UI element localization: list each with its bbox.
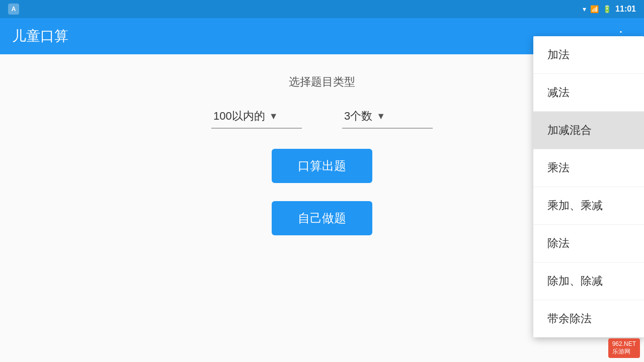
controls-row: 100以内的 ▼ 3个数 ▼ — [211, 105, 433, 129]
status-time: 11:01 — [615, 5, 636, 14]
battery-icon: 🔋 — [603, 5, 611, 13]
status-bar-right: ▾ 📶 🔋 11:01 — [583, 5, 636, 14]
overflow-dropdown-menu: 加法减法加减混合乘法乘加、乘减除法除加、除减带余除法 — [533, 36, 644, 337]
menu-item-1[interactable]: 减法 — [533, 74, 644, 112]
generate-quiz-button[interactable]: 口算出题 — [272, 149, 372, 183]
watermark-line1: 962.NET — [612, 340, 636, 347]
status-bar-left: A — [8, 4, 19, 15]
menu-item-4[interactable]: 乘加、乘减 — [533, 187, 644, 225]
menu-item-6[interactable]: 除加、除减 — [533, 262, 644, 300]
app-title: 儿童口算 — [12, 27, 68, 46]
watermark-line2: 乐游网 — [612, 347, 636, 356]
menu-item-0[interactable]: 加法 — [533, 36, 644, 74]
self-quiz-button[interactable]: 自己做题 — [272, 201, 372, 235]
count-dropdown-label: 3个数 — [344, 109, 372, 124]
menu-item-2[interactable]: 加减混合 — [533, 112, 644, 149]
range-dropdown-label: 100以内的 — [213, 109, 265, 124]
menu-item-7[interactable]: 带余除法 — [533, 300, 644, 337]
range-dropdown-arrow: ▼ — [269, 111, 278, 122]
app-notification-icon: A — [8, 4, 19, 15]
signal-icon: 📶 — [590, 5, 599, 13]
watermark: 962.NET 乐游网 — [608, 338, 640, 358]
section-label: 选择题目类型 — [289, 74, 355, 89]
count-dropdown[interactable]: 3个数 ▼ — [342, 105, 433, 129]
count-dropdown-arrow: ▼ — [376, 111, 385, 122]
action-buttons: 口算出题 自己做题 — [272, 149, 372, 245]
status-bar: A ▾ 📶 🔋 11:01 — [0, 0, 644, 18]
menu-item-3[interactable]: 乘法 — [533, 149, 644, 187]
app-bar-wrapper: 儿童口算 ⋮ 加法减法加减混合乘法乘加、乘减除法除加、除减带余除法 — [0, 18, 644, 54]
range-dropdown[interactable]: 100以内的 ▼ — [211, 105, 302, 129]
wifi-icon: ▾ — [583, 5, 586, 13]
menu-item-5[interactable]: 除法 — [533, 225, 644, 262]
